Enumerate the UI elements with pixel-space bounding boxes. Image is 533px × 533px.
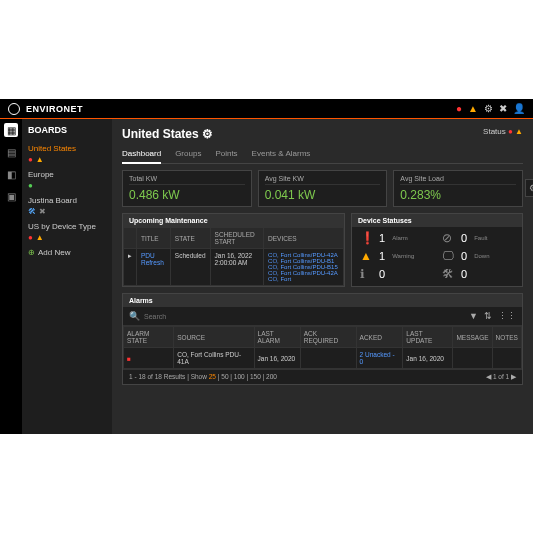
kpi-row: Total KW 0.486 kW Avg Site KW 0.041 kW A…	[122, 170, 523, 207]
brand: ENVIRONET	[26, 104, 83, 114]
device-status-panel: Device Statuses ❗1Alarm ⊘0Fault ▲1Warnin…	[351, 213, 523, 287]
dev-down: 🖵0Down	[442, 249, 514, 263]
settings-flyout-icon[interactable]: ⚙	[525, 179, 533, 197]
dev-warning: ▲1Warning	[360, 249, 432, 263]
sort-icon[interactable]: ⇅	[484, 311, 492, 321]
topbar-alarm-icon[interactable]: ●	[456, 103, 462, 114]
sidebar-item-usbytype[interactable]: US by Device Type ●▲	[28, 219, 106, 245]
dev-alarm: ❗1Alarm	[360, 231, 432, 245]
dev-fault: ⊘0Fault	[442, 231, 514, 245]
table-row[interactable]: ▸ PDU Refresh Scheduled Jan 16, 2022 2:0…	[124, 249, 344, 286]
search-input[interactable]	[144, 313, 465, 320]
content: United States ⚙ Status ● ▲ Dashboard Gro…	[112, 119, 533, 434]
table-row[interactable]: ■ CO, Fort Collins PDU-41A Jan 16, 2020 …	[124, 348, 522, 369]
pager: 1 - 18 of 18 Results | Show 25 | 50 | 10…	[123, 369, 522, 384]
rail-devices-icon[interactable]: ▣	[4, 189, 18, 203]
search-icon: 🔍	[129, 311, 140, 321]
nav-rail: ▦ ▤ ◧ ▣	[0, 119, 22, 434]
dev-info: ℹ0	[360, 267, 432, 281]
sidebar-item-justina[interactable]: Justina Board 🛠✖	[28, 193, 106, 219]
page-status: Status ● ▲	[483, 127, 523, 136]
topbar: ENVIRONET ● ▲ ⚙ ✖ 👤	[0, 99, 533, 119]
rail-map-icon[interactable]: ▤	[4, 145, 18, 159]
tabs: Dashboard Groups Points Events & Alarms	[122, 145, 523, 164]
app-window: ENVIRONET ● ▲ ⚙ ✖ 👤 ▦ ▤ ◧ ▣ BOARDS Unite…	[0, 99, 533, 434]
topbar-warning-icon[interactable]: ▲	[468, 103, 478, 114]
tab-events[interactable]: Events & Alarms	[252, 145, 311, 163]
alarms-table: ALARM STATE SOURCE LAST ALARM ACK REQUIR…	[123, 326, 522, 369]
dev-maint: 🛠0	[442, 267, 514, 281]
topbar-user-icon[interactable]: 👤	[513, 103, 525, 114]
sidebar-item-europe[interactable]: Europe ●	[28, 167, 106, 193]
rail-chart-icon[interactable]: ◧	[4, 167, 18, 181]
filter-icon[interactable]: ▼	[469, 311, 478, 321]
tab-groups[interactable]: Groups	[175, 145, 201, 163]
tab-points[interactable]: Points	[215, 145, 237, 163]
page-title: United States ⚙	[122, 127, 523, 141]
columns-icon[interactable]: ⋮⋮	[498, 311, 516, 321]
sidebar-item-us[interactable]: United States ●▲	[28, 141, 106, 167]
alarm-search-row: 🔍 ▼ ⇅ ⋮⋮	[123, 307, 522, 326]
sidebar: BOARDS United States ●▲ Europe ● Justina…	[22, 119, 112, 434]
kpi-load: Avg Site Load 0.283%	[393, 170, 523, 207]
maintenance-table: TITLE STATE SCHEDULED START DEVICES ▸ PD…	[123, 227, 344, 286]
topbar-gear-icon[interactable]: ⚙	[484, 103, 493, 114]
sidebar-title: BOARDS	[28, 125, 106, 135]
rail-boards-icon[interactable]: ▦	[4, 123, 18, 137]
topbar-tools-icon[interactable]: ✖	[499, 103, 507, 114]
logo-icon	[8, 103, 20, 115]
pager-controls[interactable]: ◀ 1 of 1 ▶	[486, 373, 516, 381]
maintenance-panel: Upcoming Maintenance TITLE STATE SCHEDUL…	[122, 213, 345, 287]
alarms-panel: Alarms 🔍 ▼ ⇅ ⋮⋮ ALARM STATE SOURCE LAST …	[122, 293, 523, 385]
sidebar-add-new[interactable]: ⊕Add New	[28, 245, 106, 260]
tab-dashboard[interactable]: Dashboard	[122, 145, 161, 164]
kpi-avgsite: Avg Site KW 0.041 kW	[258, 170, 388, 207]
kpi-total: Total KW 0.486 kW	[122, 170, 252, 207]
